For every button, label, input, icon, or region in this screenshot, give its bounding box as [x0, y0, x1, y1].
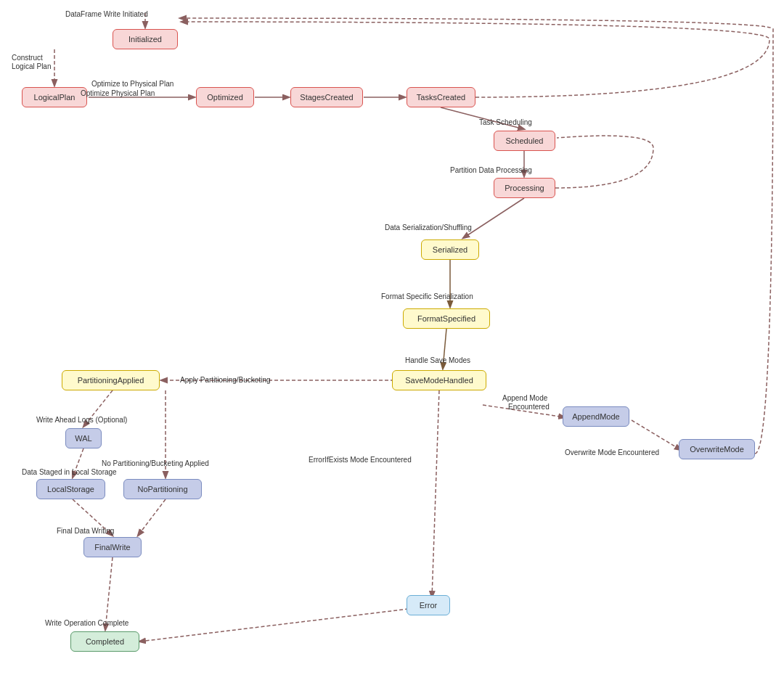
- label-construct: Construct: [12, 54, 43, 62]
- label-dataframe-write: DataFrame Write Initiated: [65, 10, 148, 18]
- node-formatspecified: FormatSpecified: [403, 308, 490, 329]
- node-savemodehandled: SaveModeHandled: [392, 370, 486, 390]
- node-finalwrite: FinalWrite: [83, 537, 142, 557]
- label-task-scheduling: Task Scheduling: [479, 118, 532, 126]
- svg-line-18: [632, 420, 681, 450]
- label-handle-save: Handle Save Modes: [405, 356, 470, 364]
- label-optimize: Optimize to Physical Plan: [91, 80, 173, 88]
- svg-line-15: [138, 499, 166, 536]
- label-overwrite-encountered: Overwrite Mode Encountered: [565, 448, 659, 456]
- node-overwritemode: OverwriteMode: [679, 439, 755, 459]
- node-partitioningapplied: PartitioningApplied: [62, 370, 160, 390]
- label-format-serial: Format Specific Serialization: [381, 292, 473, 300]
- node-stagescreated: StagesCreated: [290, 87, 363, 107]
- node-scheduled: Scheduled: [494, 131, 555, 151]
- label-final-writing: Final Data Writing: [57, 527, 114, 535]
- label-partition-data: Partition Data Processing: [450, 166, 532, 174]
- node-wal: WAL: [65, 428, 102, 448]
- node-initialized: Initialized: [113, 29, 178, 49]
- diagram-container: Initialized LogicalPlan Optimized Stages…: [0, 0, 784, 680]
- node-error: Error: [407, 595, 450, 615]
- node-processing: Processing: [494, 178, 555, 198]
- label-errorifexists: ErrorIfExists Mode Encountered: [309, 456, 412, 464]
- label-write-complete: Write Operation Complete: [45, 619, 128, 627]
- node-taskscreated: TasksCreated: [407, 87, 475, 107]
- node-optimized: Optimized: [196, 87, 254, 107]
- svg-line-20: [139, 609, 409, 642]
- node-serialized: Serialized: [421, 239, 479, 260]
- label-apply-partition: Apply Partitioning/Bucketing: [180, 376, 271, 384]
- label-data-staged: Data Staged in Local Storage: [22, 468, 117, 476]
- node-appendmode: AppendMode: [563, 406, 629, 427]
- label-logical-plan: Logical Plan: [12, 62, 51, 70]
- node-logicalplan: LogicalPlan: [22, 87, 87, 107]
- node-nopartitioning: NoPartitioning: [123, 479, 202, 499]
- node-completed: Completed: [70, 631, 139, 652]
- node-localstorage: LocalStorage: [36, 479, 105, 499]
- label-append-mode: Append Mode: [502, 394, 547, 402]
- label-optimize-physical: Optimize Physical Plan: [81, 89, 155, 97]
- svg-line-19: [432, 390, 439, 597]
- label-data-serial: Data Serialization/Shuffling: [385, 224, 472, 232]
- label-no-partition: No Partitioning/Bucketing Applied: [102, 459, 209, 467]
- arrows-svg: [0, 0, 784, 680]
- label-wal: Write Ahead Logs (Optional): [36, 416, 127, 424]
- label-append-encountered: Encountered: [508, 403, 550, 411]
- svg-line-7: [463, 198, 524, 238]
